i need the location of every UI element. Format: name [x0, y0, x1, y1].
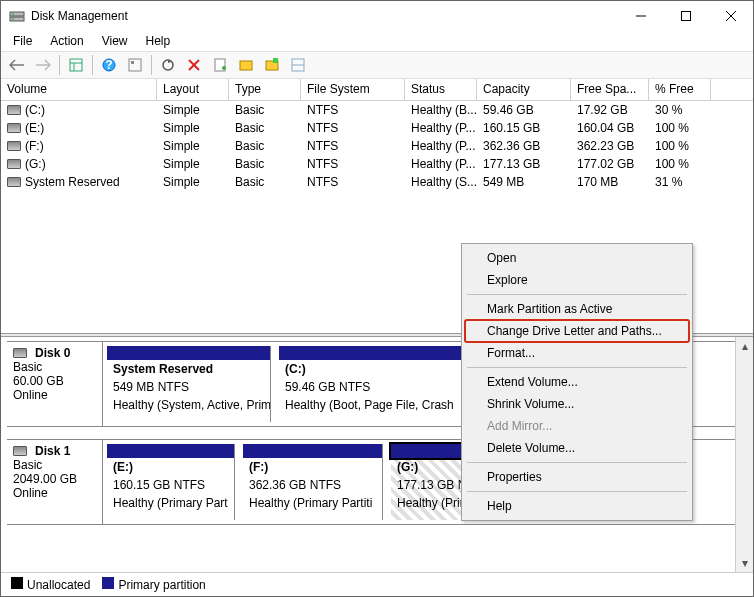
settings-button[interactable]	[123, 53, 147, 77]
menu-file[interactable]: File	[5, 32, 40, 50]
volume-row[interactable]: (E:)SimpleBasicNTFSHealthy (P...160.15 G…	[1, 119, 753, 137]
menu-item-help[interactable]: Help	[465, 495, 689, 517]
maximize-button[interactable]	[663, 2, 708, 31]
svg-point-19	[222, 66, 226, 70]
disk-info[interactable]: Disk 1Basic2049.00 GBOnline	[7, 440, 103, 524]
col-layout[interactable]: Layout	[157, 79, 229, 100]
svg-point-2	[12, 13, 14, 15]
menu-separator	[467, 462, 687, 463]
drive-icon	[7, 141, 21, 151]
menu-separator	[467, 367, 687, 368]
disk-info[interactable]: Disk 0Basic60.00 GBOnline	[7, 342, 103, 426]
col-type[interactable]: Type	[229, 79, 301, 100]
menu-separator	[467, 294, 687, 295]
app-icon	[9, 8, 25, 24]
partition[interactable]: System Reserved549 MB NTFSHealthy (Syste…	[107, 346, 271, 422]
toolbar: ?	[1, 51, 753, 79]
volume-row[interactable]: (F:)SimpleBasicNTFSHealthy (P...362.36 G…	[1, 137, 753, 155]
svg-rect-5	[681, 12, 690, 21]
svg-rect-8	[70, 59, 82, 71]
disk-icon	[13, 348, 27, 358]
menu-item-mark-partition-as-active[interactable]: Mark Partition as Active	[465, 298, 689, 320]
menu-item-explore[interactable]: Explore	[465, 269, 689, 291]
menu-item-format[interactable]: Format...	[465, 342, 689, 364]
action2-button[interactable]	[260, 53, 284, 77]
views-button[interactable]	[64, 53, 88, 77]
menu-item-add-mirror: Add Mirror...	[465, 415, 689, 437]
partition[interactable]: (E:)160.15 GB NTFSHealthy (Primary Part	[107, 444, 235, 520]
scroll-down-icon[interactable]: ▾	[736, 554, 753, 572]
drive-icon	[7, 123, 21, 133]
volume-row[interactable]: (C:)SimpleBasicNTFSHealthy (B...59.46 GB…	[1, 101, 753, 119]
vertical-scrollbar[interactable]: ▴ ▾	[735, 337, 753, 572]
col-filesystem[interactable]: File System	[301, 79, 405, 100]
menu-help[interactable]: Help	[138, 32, 179, 50]
menu-item-open[interactable]: Open	[465, 247, 689, 269]
disk-icon	[13, 446, 27, 456]
properties-button[interactable]	[208, 53, 232, 77]
delete-button[interactable]	[182, 53, 206, 77]
drive-icon	[7, 177, 21, 187]
action3-button[interactable]	[286, 53, 310, 77]
menu-item-properties[interactable]: Properties	[465, 466, 689, 488]
legend-primary: Primary partition	[102, 577, 205, 592]
volume-row[interactable]: System ReservedSimpleBasicNTFSHealthy (S…	[1, 173, 753, 191]
menu-item-shrink-volume[interactable]: Shrink Volume...	[465, 393, 689, 415]
context-menu: OpenExploreMark Partition as ActiveChang…	[461, 243, 693, 521]
disk-management-window: Disk Management File Action View Help ? …	[0, 0, 754, 597]
svg-rect-22	[273, 58, 278, 63]
menu-item-change-drive-letter-and-paths[interactable]: Change Drive Letter and Paths...	[465, 320, 689, 342]
col-capacity[interactable]: Capacity	[477, 79, 571, 100]
svg-rect-13	[129, 59, 141, 71]
help-button[interactable]: ?	[97, 53, 121, 77]
menu-view[interactable]: View	[94, 32, 136, 50]
partition[interactable]: (F:)362.36 GB NTFSHealthy (Primary Parti…	[243, 444, 383, 520]
forward-button[interactable]	[31, 53, 55, 77]
volume-list-header: Volume Layout Type File System Status Ca…	[1, 79, 753, 101]
svg-rect-20	[240, 61, 252, 70]
menu-separator	[467, 491, 687, 492]
col-volume[interactable]: Volume	[1, 79, 157, 100]
partition[interactable]: (C:)59.46 GB NTFSHealthy (Boot, Page Fil…	[279, 346, 465, 422]
close-button[interactable]	[708, 2, 753, 31]
svg-text:?: ?	[105, 58, 112, 72]
legend: Unallocated Primary partition	[1, 572, 753, 596]
drive-icon	[7, 105, 21, 115]
minimize-button[interactable]	[618, 2, 663, 31]
menu-item-delete-volume[interactable]: Delete Volume...	[465, 437, 689, 459]
col-freespace[interactable]: Free Spa...	[571, 79, 649, 100]
svg-rect-14	[131, 61, 134, 64]
refresh-button[interactable]	[156, 53, 180, 77]
window-title: Disk Management	[31, 9, 618, 23]
col-status[interactable]: Status	[405, 79, 477, 100]
scroll-track[interactable]	[736, 355, 753, 554]
back-button[interactable]	[5, 53, 29, 77]
titlebar[interactable]: Disk Management	[1, 1, 753, 31]
menubar: File Action View Help	[1, 31, 753, 51]
action1-button[interactable]	[234, 53, 258, 77]
volume-row[interactable]: (G:)SimpleBasicNTFSHealthy (P...177.13 G…	[1, 155, 753, 173]
menu-item-extend-volume[interactable]: Extend Volume...	[465, 371, 689, 393]
legend-unallocated: Unallocated	[11, 577, 90, 592]
scroll-up-icon[interactable]: ▴	[736, 337, 753, 355]
drive-icon	[7, 159, 21, 169]
svg-point-3	[12, 18, 14, 20]
col-pctfree[interactable]: % Free	[649, 79, 711, 100]
menu-action[interactable]: Action	[42, 32, 91, 50]
